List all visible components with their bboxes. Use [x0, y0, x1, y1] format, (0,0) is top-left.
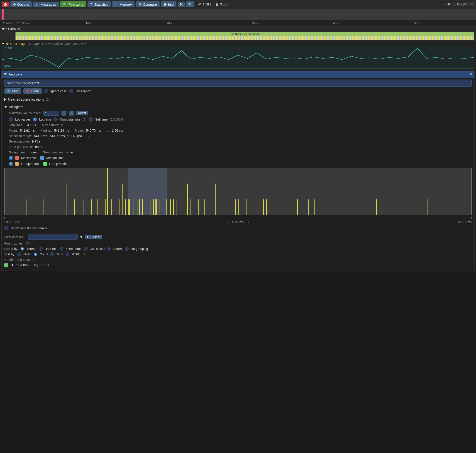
- capture-time: 🗄3:55.1: [216, 2, 229, 6]
- group-median-color-chip: [43, 162, 47, 166]
- limit-range-checkbox[interactable]: [69, 89, 73, 93]
- group-mean-checkbox[interactable]: [9, 162, 13, 166]
- panel-header[interactable]: Find zone ✕: [2, 71, 474, 78]
- group-thread-radio[interactable]: [20, 247, 24, 251]
- info-button[interactable]: ◉Info: [161, 1, 176, 7]
- eye-icon: 👁: [198, 2, 201, 6]
- memory-icon: ▭: [115, 2, 118, 6]
- statistics-button[interactable]: ⇅Statistics: [87, 1, 111, 7]
- sort-order-radio[interactable]: [17, 252, 21, 256]
- minus-button[interactable]: -: [61, 111, 66, 116]
- thread-id: 11200273: [6, 28, 20, 31]
- filter-clear-button[interactable]: ⌫ Clear: [85, 235, 102, 239]
- tools-button[interactable]: 🛠: [178, 2, 185, 7]
- collapse-icon: [2, 28, 5, 30]
- fingerprint-icon: ◉: [164, 2, 167, 6]
- cpu-y-max: 57.65%: [3, 47, 12, 50]
- funnel-icon[interactable]: ▼: [80, 235, 83, 239]
- find-zone-button[interactable]: 🔍Find zone: [60, 1, 86, 7]
- mean-time-checkbox[interactable]: [9, 156, 13, 160]
- min-bin-label: Minimum values in bin:: [9, 111, 41, 115]
- zone-bar-root[interactable]: syntheticBenchmark3: [15, 32, 474, 36]
- close-button[interactable]: ✕: [469, 72, 472, 76]
- ignore-case-checkbox[interactable]: [44, 89, 48, 93]
- zoom-button[interactable]: 🔍: [186, 1, 194, 7]
- find-button[interactable]: 🔍Find: [4, 88, 21, 94]
- ruler-start: +2:24 214,176,775ns: [1, 21, 29, 25]
- matched-locations-header[interactable]: Matched source locations (1): [4, 98, 472, 101]
- group-none-radio[interactable]: [125, 247, 129, 251]
- expand-icon: [4, 98, 6, 101]
- cpu-chart[interactable]: 57.65% 0.00%: [2, 46, 474, 69]
- reset-button[interactable]: Reset: [76, 111, 88, 115]
- result-color-chip: [4, 263, 8, 267]
- sort-count-radio[interactable]: [34, 252, 37, 256]
- power-button[interactable]: ⏻: [2, 2, 9, 7]
- compare-button[interactable]: ⚖Compare: [136, 1, 160, 7]
- tag-icon: 🏷: [36, 2, 39, 6]
- ignore-case-label: Ignore case: [50, 89, 67, 93]
- sort-icon: ⇅: [90, 2, 93, 6]
- search-input[interactable]: [4, 79, 472, 86]
- backspace-icon: ⌫: [87, 235, 91, 239]
- ruler-tick: 30 s: [252, 21, 258, 25]
- scale-icon: ⚖: [138, 2, 142, 6]
- group-mean-color-chip: [15, 162, 19, 166]
- messages-button[interactable]: 🏷Messages: [33, 2, 59, 7]
- show-frames-checkbox[interactable]: [4, 226, 8, 230]
- log-values-checkbox[interactable]: [9, 117, 13, 121]
- ruler-tick: 20 s: [167, 21, 172, 25]
- zone-bar-children[interactable]: [15, 36, 474, 40]
- cumulate-checkbox[interactable]: [53, 117, 58, 121]
- hist-xmax: 547.19 ms: [457, 220, 472, 224]
- cpu-label: CPU usage: [10, 42, 27, 46]
- expand-icon: [12, 264, 14, 267]
- timeline-ruler[interactable]: +2:24 214,176,775ns 10 s 20 s 30 s 40 s …: [0, 20, 476, 27]
- hist-xrange: ⟵ 8.27 ms ⟶: [19, 220, 457, 224]
- histogram-header[interactable]: Histogram: [4, 105, 472, 109]
- plus-button[interactable]: +: [69, 111, 74, 116]
- chip-icon: ▭: [444, 2, 447, 6]
- group-calls-radio[interactable]: [84, 247, 87, 251]
- cpu-track: ☢ CPU usage (y-range: 57.65%, visible da…: [0, 41, 476, 70]
- find-zone-panel: Find zone ✕ 🔍Find 🚫Clear Ignore case Lim…: [1, 71, 475, 271]
- thread-track: 11200273 syntheticBenchmark3: [0, 27, 476, 41]
- cpu-icon: ☢: [6, 42, 9, 46]
- thread-header[interactable]: 11200273: [2, 28, 474, 31]
- median-color-chip: [40, 156, 44, 160]
- collapse-icon: [4, 106, 7, 108]
- cpu-y-min: 0.00%: [3, 65, 11, 68]
- result-row[interactable]: 11200273 (18) 9.75 s: [4, 263, 472, 267]
- ruler-tick: 50 s: [414, 21, 420, 25]
- ruler-tick: 40 s: [333, 21, 339, 25]
- memory-button[interactable]: ▭Memory: [112, 1, 135, 7]
- sort-time-radio[interactable]: [50, 252, 54, 256]
- cpu-header[interactable]: ☢ CPU usage (y-range: 57.65%, visible da…: [2, 42, 474, 46]
- panel-title: Find zone: [8, 72, 22, 76]
- ban-icon: 🚫: [26, 89, 30, 93]
- frame-marker: [2, 9, 4, 20]
- database-icon: 🗄: [216, 2, 219, 6]
- frames-overview[interactable]: [0, 9, 476, 20]
- search-icon: 🔍: [7, 89, 11, 93]
- limit-range-label: Limit range: [76, 89, 91, 93]
- collapse-icon: [2, 43, 5, 45]
- min-bin-input[interactable]: [43, 111, 59, 116]
- mean-color-chip: [15, 156, 19, 160]
- wrench-icon: 🛠: [180, 2, 183, 6]
- clear-button[interactable]: 🚫Clear: [23, 88, 42, 94]
- self-time-checkbox[interactable]: [89, 117, 93, 121]
- group-user-radio[interactable]: [39, 247, 43, 251]
- sort-mtpc-radio[interactable]: [65, 252, 69, 256]
- memory-usage: ▭64.01 MB (0.20%): [444, 2, 474, 6]
- result-id: 11200273: [16, 263, 30, 267]
- group-parent-radio[interactable]: [107, 247, 111, 251]
- filter-input[interactable]: [28, 234, 78, 240]
- options-button[interactable]: ⚙Options: [10, 1, 32, 7]
- histogram-chart[interactable]: [4, 168, 472, 215]
- cpu-detail: (y-range: 57.65%, visible data points: 5…: [28, 42, 87, 46]
- view-time: 👁1:58.9: [198, 2, 212, 6]
- main-toolbar: ⏻ ⚙Options 🏷Messages 🔍Find zone ⇅Statist…: [0, 0, 476, 9]
- log-time-checkbox[interactable]: [33, 117, 37, 121]
- group-zone-radio[interactable]: [60, 247, 63, 251]
